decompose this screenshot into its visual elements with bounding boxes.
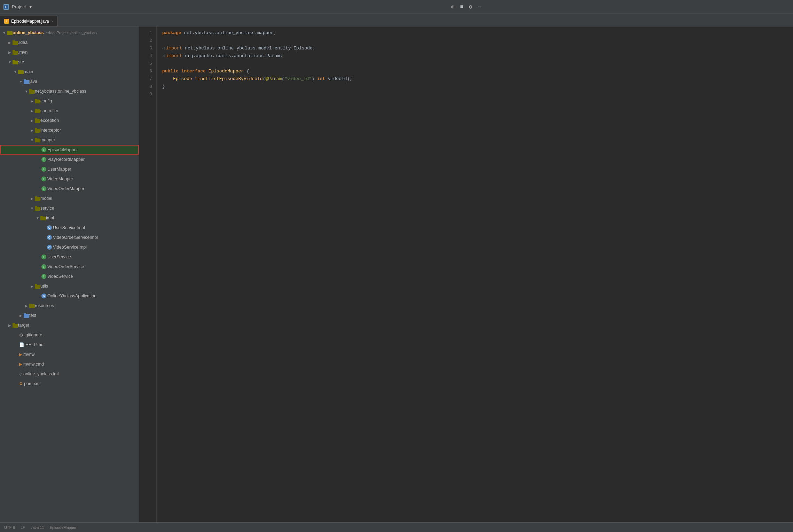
svg-rect-35 xyxy=(29,304,32,305)
iml-label: online_ybclass.iml xyxy=(23,371,58,376)
folder-icon-interceptor xyxy=(35,128,40,133)
code-area[interactable]: package net.ybclass.online_ybclass.mappe… xyxy=(157,26,793,522)
folder-icon-src xyxy=(13,60,18,64)
sidebar-item-java[interactable]: ▼ java xyxy=(0,77,139,86)
interceptor-label: interceptor xyxy=(40,128,61,133)
sidebar-item-config[interactable]: ▶ config xyxy=(0,96,139,106)
pom-label: pom.xml xyxy=(24,381,40,386)
code-line-4: ◁import org.apache.ibatis.annotations.Pa… xyxy=(162,52,787,60)
project-sidebar: ▼ online_ybclass ~/IdeaProjects/online_y… xyxy=(0,26,139,522)
sidebar-item-utils[interactable]: ▶ utils xyxy=(0,281,139,291)
mvnw-label: mvnw xyxy=(23,352,35,357)
sidebar-item-mapper[interactable]: ▼ mapper xyxy=(0,135,139,145)
sidebar-item-mvn[interactable]: ▶ .mvn xyxy=(0,47,139,57)
pom-icon: ⚙ xyxy=(19,381,23,386)
sidebar-item-mvnw[interactable]: ▶ ▶ mvnw xyxy=(0,350,139,359)
expand-arrow-package: ▼ xyxy=(24,88,29,94)
sidebar-item-video-mapper[interactable]: ▶ I VideoMapper xyxy=(0,174,139,184)
sidebar-item-main[interactable]: ▼ main xyxy=(0,67,139,77)
expand-arrow-impl: ▼ xyxy=(35,215,40,221)
tab-episode-mapper[interactable]: J EpisodeMapper.java × xyxy=(0,16,58,26)
user-service-label: UserService xyxy=(47,255,71,259)
video-mapper-label: VideoMapper xyxy=(47,177,73,181)
settings-icon[interactable]: ⚙ xyxy=(469,3,472,10)
expand-arrow-config: ▶ xyxy=(29,98,35,104)
user-service-impl-icon: C xyxy=(47,225,52,230)
svg-rect-19 xyxy=(35,109,37,110)
expand-arrow-java: ▼ xyxy=(18,79,24,84)
gitignore-label: .gitignore xyxy=(24,332,42,337)
sidebar-item-mvnw-cmd[interactable]: ▶ ▶ mvnw.cmd xyxy=(0,359,139,369)
sidebar-item-pom[interactable]: ▶ ⚙ pom.xml xyxy=(0,379,139,389)
code-line-1: package net.ybclass.online_ybclass.mappe… xyxy=(162,29,787,37)
folder-icon-resources xyxy=(29,303,35,308)
tab-filename: EpisodeMapper.java xyxy=(11,19,49,24)
expand-arrow-exception: ▶ xyxy=(29,118,35,123)
project-dropdown[interactable]: ▼ xyxy=(29,5,32,9)
svg-rect-11 xyxy=(18,70,21,71)
video-mapper-icon: I xyxy=(41,177,46,181)
user-service-impl-label: UserServiceImpl xyxy=(53,225,85,230)
main-layout: ▼ online_ybclass ~/IdeaProjects/online_y… xyxy=(0,26,793,522)
sidebar-item-impl[interactable]: ▼ impl xyxy=(0,213,139,223)
line-num-9: 9 xyxy=(142,91,152,98)
help-icon: 📄 xyxy=(19,342,24,347)
sidebar-item-test[interactable]: ▶ test xyxy=(0,311,139,320)
sidebar-item-model[interactable]: ▶ model xyxy=(0,194,139,203)
sidebar-item-target[interactable]: ▶ target xyxy=(0,320,139,330)
navigate-icon[interactable]: ⊕ xyxy=(451,3,455,10)
sidebar-item-video-order-service[interactable]: ▶ I VideoOrderService xyxy=(0,262,139,272)
sidebar-item-video-order-service-impl[interactable]: ▶ C VideoOrderServiceImpl xyxy=(0,233,139,242)
minimize-icon[interactable]: — xyxy=(478,4,481,10)
svg-rect-37 xyxy=(24,313,26,315)
sidebar-item-src[interactable]: ▼ src xyxy=(0,57,139,67)
svg-rect-9 xyxy=(13,60,15,61)
project-icon: P xyxy=(3,4,9,10)
sidebar-item-video-service[interactable]: ▶ I VideoService xyxy=(0,272,139,281)
expand-arrow-target: ▶ xyxy=(7,322,13,328)
user-service-icon: I xyxy=(41,255,46,259)
sidebar-item-package[interactable]: ▼ net.ybclass.online_ybclass xyxy=(0,86,139,96)
play-record-mapper-label: PlayRecordMapper xyxy=(47,157,85,162)
sidebar-item-service[interactable]: ▼ service xyxy=(0,203,139,213)
target-label: target xyxy=(18,323,29,328)
root-path: ~/IdeaProjects/online_ybclass xyxy=(46,31,97,35)
sidebar-item-play-record-mapper[interactable]: ▶ I PlayRecordMapper xyxy=(0,155,139,164)
folder-icon-target xyxy=(13,323,18,328)
folder-icon-idea xyxy=(13,40,18,45)
video-service-label: VideoService xyxy=(47,274,73,279)
sidebar-item-resources[interactable]: ▶ resources xyxy=(0,301,139,311)
sidebar-item-video-order-mapper[interactable]: ▶ I VideoOrderMapper xyxy=(0,184,139,194)
sidebar-item-root[interactable]: ▼ online_ybclass ~/IdeaProjects/online_y… xyxy=(0,28,139,38)
sidebar-item-controller[interactable]: ▶ controller xyxy=(0,106,139,116)
sidebar-item-video-service-impl[interactable]: ▶ C VideoServiceImpl xyxy=(0,242,139,252)
mvnw-cmd-icon: ▶ xyxy=(19,362,22,367)
folder-icon-package xyxy=(29,89,35,94)
folder-icon-service xyxy=(35,206,40,211)
sidebar-item-user-service-impl[interactable]: ▶ C UserServiceImpl xyxy=(0,223,139,233)
main-label: main xyxy=(24,69,33,74)
idea-label: .idea xyxy=(18,40,28,45)
sidebar-item-help[interactable]: ▶ 📄 HELP.md xyxy=(0,340,139,350)
layout-icon[interactable]: ≡ xyxy=(460,4,463,10)
code-line-3: ◁import net.ybclass.online_ybclass.model… xyxy=(162,45,787,52)
sidebar-item-gitignore[interactable]: ▶ ⚙ .gitignore xyxy=(0,330,139,340)
sidebar-item-interceptor[interactable]: ▶ interceptor xyxy=(0,125,139,135)
svg-rect-7 xyxy=(13,50,15,52)
folder-icon-java xyxy=(24,79,29,84)
sidebar-item-episode-mapper[interactable]: ▶ I EpisodeMapper xyxy=(0,145,139,155)
line-num-5: 5 xyxy=(142,60,152,68)
expand-arrow-main: ▼ xyxy=(13,69,18,75)
sidebar-item-app[interactable]: ▶ A OnlineYbclassApplication xyxy=(0,291,139,301)
svg-rect-17 xyxy=(35,99,37,100)
code-line-9 xyxy=(162,91,787,98)
resources-label: resources xyxy=(35,303,54,308)
sidebar-item-idea[interactable]: ▶ .idea xyxy=(0,38,139,47)
sidebar-item-iml[interactable]: ▶ ◇ online_ybclass.iml xyxy=(0,369,139,379)
sidebar-item-exception[interactable]: ▶ exception xyxy=(0,116,139,125)
service-label: service xyxy=(40,206,54,211)
tab-close-button[interactable]: × xyxy=(51,19,53,23)
folder-icon-config xyxy=(35,99,40,103)
sidebar-item-user-service[interactable]: ▶ I UserService xyxy=(0,252,139,262)
sidebar-item-user-mapper[interactable]: ▶ I UserMapper xyxy=(0,164,139,174)
